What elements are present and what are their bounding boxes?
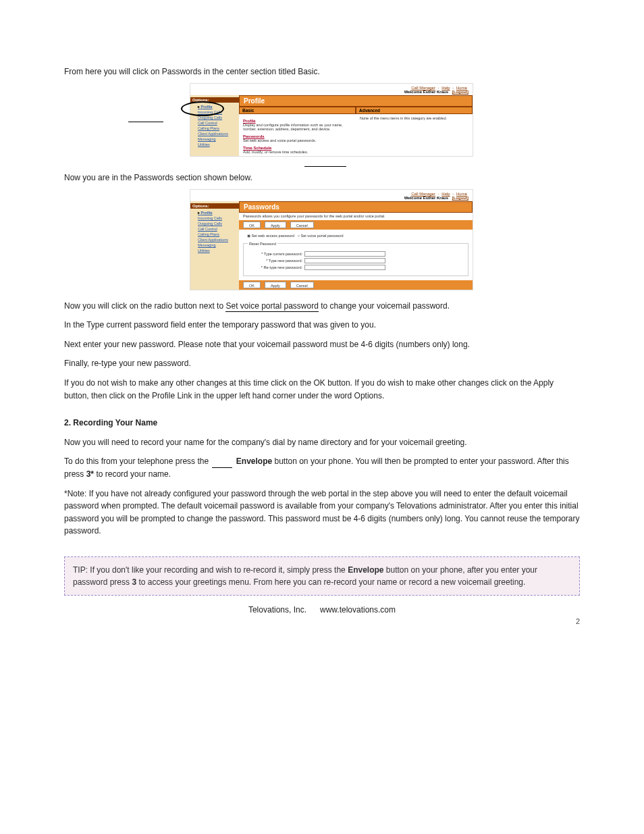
- section-2-p1: Now you will need to record your name fo…: [64, 436, 580, 449]
- welcome-user-2: Esther Kraus: [423, 196, 448, 200]
- sidebar-item-outgoing-calls-2[interactable]: Outgoing Calls: [192, 221, 237, 226]
- tip-a: TIP: If you don't like your recording an…: [73, 565, 348, 575]
- page-title-profile: Profile: [239, 95, 473, 107]
- label-retype-password: * Re-type new password:: [248, 265, 304, 269]
- sidebar-item-calling-plans-2[interactable]: Calling Plans: [192, 232, 237, 237]
- s2-b3: to record your name.: [96, 469, 171, 479]
- sidebar-2: Options: Profile Incoming Calls Outgoing…: [190, 201, 239, 290]
- apply-button-top[interactable]: Apply: [265, 221, 286, 228]
- page-title-passwords: Passwords: [239, 201, 473, 213]
- col-advanced: None of the menu items in this category …: [356, 114, 473, 156]
- step-1: In the Type current password field enter…: [64, 319, 580, 332]
- intro-text: From here you will click on Passwords in…: [64, 66, 580, 78]
- input-current-password[interactable]: [304, 251, 385, 257]
- sidebar-item-call-control[interactable]: Call Control: [192, 120, 237, 126]
- step-2: Next enter your new password. Please not…: [64, 338, 580, 351]
- radio-web[interactable]: ◉ Set web access password: [247, 234, 294, 238]
- passwords-subtitle: Passwords allows you configure your pass…: [239, 213, 473, 220]
- envelope-underline-icon: [212, 467, 232, 468]
- label-new-password: * Type new password:: [248, 259, 304, 263]
- welcome-prefix-2: Welcome: [404, 196, 422, 200]
- desc-profile: Display and configure profile informatio…: [243, 123, 352, 132]
- top-links-2: Call Manager - Help - Home: [190, 190, 473, 196]
- screenshot-passwords: Call Manager - Help - Home Welcome Esthe…: [190, 189, 473, 290]
- sidebar-item-client-applications-2[interactable]: Client Applications: [192, 237, 237, 242]
- logout-link[interactable]: [Logout]: [452, 90, 468, 94]
- reset-password-fieldset: Reset Password * Type current password: …: [243, 242, 468, 276]
- section-2-heading: 2. Recording Your Name: [64, 418, 157, 427]
- welcome-line-2: Welcome Esther Kraus [Logout]: [190, 196, 473, 201]
- sidebar-item-call-control-2[interactable]: Call Control: [192, 226, 237, 232]
- sidebar-item-utilities[interactable]: Utilities: [192, 142, 237, 147]
- fieldset-legend: Reset Password: [248, 242, 277, 246]
- buttons-row-top: OK Apply Cancel: [239, 220, 473, 230]
- sidebar-item-profile-2[interactable]: Profile: [192, 210, 237, 215]
- step-intro-emph: Set voice portal password: [225, 301, 318, 312]
- footer-company: Telovations, Inc.: [248, 605, 306, 615]
- mid-text: Now you are in the Passwords section sho…: [64, 172, 580, 184]
- decorative-underline-mid: [304, 166, 346, 167]
- screenshot-profile: Call Manager - Help - Home Welcome Esthe…: [190, 83, 473, 157]
- s2-b1: To do this from your telephone press the: [64, 457, 211, 466]
- step-4: If you do not wish to make any other cha…: [64, 377, 580, 402]
- col-advanced-head: Advanced: [356, 107, 473, 114]
- apply-button-bottom[interactable]: Apply: [265, 282, 286, 288]
- step-intro-b: to change your voicemail password.: [321, 301, 450, 311]
- section-2-p2: To do this from your telephone press the…: [64, 455, 580, 480]
- sidebar-item-incoming-calls[interactable]: Incoming Calls: [192, 109, 237, 115]
- input-retype-password[interactable]: [304, 265, 385, 270]
- ok-button-top[interactable]: OK: [243, 221, 261, 228]
- desc-passwords: Set web access and voice portal password…: [243, 138, 352, 143]
- footer: Telovations, Inc. www.telovations.com: [64, 605, 580, 615]
- sidebar-item-messaging-2[interactable]: Messaging: [192, 242, 237, 248]
- sidebar-title-2: Options:: [190, 203, 239, 209]
- welcome-user: Esther Kraus: [423, 90, 448, 94]
- step-intro-a: Now you will click on the radio button n…: [64, 301, 225, 311]
- tip-3: 3: [132, 577, 136, 587]
- sidebar-item-outgoing-calls[interactable]: Outgoing Calls: [192, 115, 237, 120]
- tip-c: to access your greetings menu. From here…: [138, 577, 525, 587]
- link-home[interactable]: Home: [456, 86, 467, 90]
- section-2-note: *Note: If you have not already configure…: [64, 488, 580, 538]
- s2-envelope: Envelope: [236, 457, 272, 466]
- buttons-row-bottom: OK Apply Cancel: [239, 280, 473, 290]
- sidebar-item-messaging[interactable]: Messaging: [192, 136, 237, 142]
- decorative-underline-top: [128, 122, 163, 122]
- s2-3star: 3*: [86, 469, 94, 479]
- passwords-main: Passwords Passwords allows you configure…: [239, 201, 473, 290]
- label-current-password: * Type current password:: [248, 252, 304, 256]
- profile-main: Profile Basic Advanced Profile Display a…: [239, 95, 473, 156]
- top-links: Call Manager - Help - Home: [190, 84, 473, 90]
- sidebar-item-client-applications[interactable]: Client Applications: [192, 131, 237, 136]
- ok-button-bottom[interactable]: OK: [243, 282, 261, 288]
- step-3: Finally, re-type your new password.: [64, 357, 580, 370]
- sidebar-title: Options:: [190, 97, 239, 103]
- footer-url[interactable]: www.telovations.com: [320, 605, 396, 615]
- instruction-body: Now you will click on the radio button n…: [64, 300, 580, 538]
- col-basic-head: Basic: [239, 107, 356, 114]
- input-new-password[interactable]: [304, 258, 385, 263]
- col-basic: Profile Display and configure profile in…: [239, 114, 356, 156]
- radio-voice-label: Set voice portal password: [301, 234, 344, 238]
- radio-row: ◉ Set web access password ○ Set voice po…: [239, 230, 473, 238]
- desc-time-schedule: Add, modify, or remove time schedules.: [243, 150, 352, 155]
- sidebar-item-profile[interactable]: Profile: [192, 104, 237, 109]
- desc-advanced-empty: None of the menu items in this category …: [360, 116, 468, 121]
- logout-link-2[interactable]: [Logout]: [452, 196, 468, 200]
- sidebar-item-calling-plans[interactable]: Calling Plans: [192, 126, 237, 131]
- welcome-prefix: Welcome: [404, 90, 422, 94]
- cancel-button-top[interactable]: Cancel: [290, 221, 314, 228]
- step-intro: Now you will click on the radio button n…: [64, 300, 580, 313]
- sidebar-item-incoming-calls-2[interactable]: Incoming Calls: [192, 215, 237, 221]
- tip-envelope: Envelope: [348, 565, 383, 575]
- tip-box: TIP: If you don't like your recording an…: [64, 556, 580, 596]
- radio-web-label: Set web access password: [252, 234, 295, 238]
- radio-voice[interactable]: ○ Set voice portal password: [298, 234, 344, 238]
- cancel-button-bottom[interactable]: Cancel: [290, 282, 314, 288]
- welcome-line: Welcome Esther Kraus [Logout]: [190, 90, 473, 95]
- sidebar-item-utilities-2[interactable]: Utilities: [192, 248, 237, 253]
- page-number: 2: [64, 617, 580, 625]
- sidebar: Options: Profile Incoming Calls Outgoing…: [190, 95, 239, 156]
